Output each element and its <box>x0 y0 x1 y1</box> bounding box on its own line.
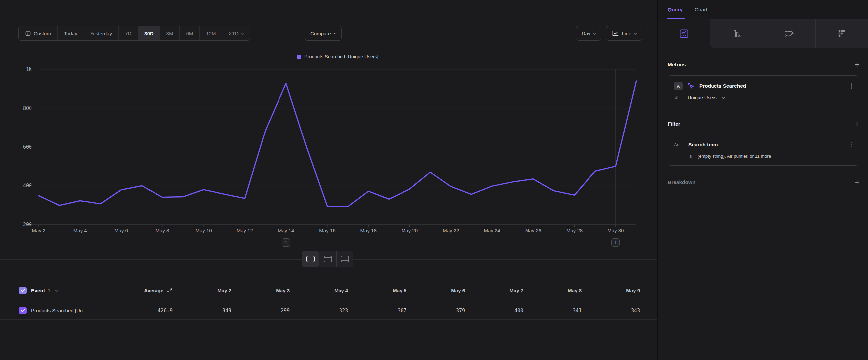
date-column-header[interactable]: May 7 <box>470 280 528 301</box>
x-axis-label: May 8 <box>146 228 179 233</box>
tab-flows[interactable] <box>763 19 815 48</box>
add-metric-button[interactable]: + <box>855 61 859 69</box>
date-range-group: Custom Today Yesterday 7D 30D 3M 6M 12M … <box>18 26 250 40</box>
y-axis-label: 600 <box>12 144 32 150</box>
tab-insights[interactable] <box>658 19 710 48</box>
y-axis-label: 800 <box>12 105 32 111</box>
chart-legend[interactable]: Products Searched [Unique Users] <box>39 54 636 59</box>
breakdown-section-header: Breakdown + <box>668 178 859 186</box>
date-value-cell: 341 <box>528 301 587 320</box>
metric-card[interactable]: A Products Searched # Unique Users <box>668 75 859 107</box>
date-value-cell: 307 <box>353 301 412 320</box>
date-column-header[interactable]: May 3 <box>237 280 295 301</box>
y-axis-label: 400 <box>12 183 32 189</box>
date-value-cell: 349 <box>178 301 237 320</box>
annotation-badge[interactable]: 1 <box>611 239 620 247</box>
chevron-down-icon <box>593 31 596 34</box>
chevron-down-icon[interactable] <box>55 288 58 292</box>
granularity-button[interactable]: Day <box>576 26 601 40</box>
date-column-header[interactable]: May 2 <box>178 280 237 301</box>
check-icon <box>21 308 25 312</box>
tab-query[interactable]: Query <box>668 0 683 19</box>
event-header-cell: Event 1 <box>0 280 90 301</box>
chevron-down-icon <box>722 95 725 99</box>
filter-value[interactable]: (empty string), Air purifier, or 11 more <box>698 154 771 159</box>
filter-section-header: Filter + <box>668 120 859 128</box>
metric-event-name: Products Searched <box>699 83 746 89</box>
x-axis-label: May 14 <box>270 228 303 233</box>
tab-retention[interactable] <box>815 19 868 48</box>
add-breakdown-button[interactable]: + <box>855 178 859 186</box>
metrics-section-header: Metrics + <box>668 61 859 69</box>
average-value-cell: 426.9 <box>90 301 178 320</box>
filter-title: Filter <box>668 121 680 127</box>
date-column-header[interactable]: May 6 <box>412 280 470 301</box>
metrics-title: Metrics <box>668 62 686 68</box>
line-chart[interactable] <box>39 70 636 224</box>
date-value-cell: 400 <box>470 301 528 320</box>
average-header-cell[interactable]: Average <box>90 280 178 301</box>
x-axis-label: May 18 <box>352 228 385 233</box>
date-column-header[interactable]: May 5 <box>353 280 412 301</box>
series-checkbox[interactable] <box>19 307 27 314</box>
select-all-checkbox[interactable] <box>19 286 27 294</box>
date-values-row: 349299323307379400341343 <box>178 301 645 320</box>
date-range-3m[interactable]: 3M <box>160 26 180 40</box>
bar-chart-icon <box>732 29 741 38</box>
date-range-7d[interactable]: 7D <box>119 26 138 40</box>
insights-icon <box>679 29 689 38</box>
tab-chart[interactable]: Chart <box>694 0 707 19</box>
date-value-cell: 343 <box>587 301 645 320</box>
x-axis-label: May 24 <box>475 228 508 233</box>
table-only-view-button[interactable] <box>336 251 353 267</box>
x-axis-label: May 6 <box>105 228 138 233</box>
filter-card[interactable]: Aa Search term Is (empty string), Air pu… <box>668 135 859 166</box>
report-type-tabs <box>658 19 868 48</box>
x-axis-label: May 22 <box>434 228 467 233</box>
add-filter-button[interactable]: + <box>855 120 859 128</box>
date-range-today[interactable]: Today <box>58 26 84 40</box>
date-range-custom[interactable]: Custom <box>19 26 58 40</box>
series-swatch <box>297 55 301 59</box>
metric-menu-button[interactable] <box>849 82 854 90</box>
date-range-12m[interactable]: 12M <box>199 26 222 40</box>
table-row: Products Searched [Un... 426.9 349299323… <box>0 301 657 320</box>
series-name: Products Searched [Un... <box>31 307 87 313</box>
date-range-6m[interactable]: 6M <box>180 26 199 40</box>
split-view-button[interactable] <box>302 251 319 267</box>
main-area: Custom Today Yesterday 7D 30D 3M 6M 12M … <box>0 0 657 360</box>
filter-menu-button[interactable] <box>849 141 854 149</box>
chart-type-button[interactable]: Line <box>606 26 642 40</box>
x-axis-label: May 12 <box>228 228 261 233</box>
x-axis-label: May 16 <box>311 228 344 233</box>
x-axis-label: May 2 <box>22 228 55 233</box>
y-axis-label: 1K <box>12 66 32 73</box>
date-column-header[interactable]: May 8 <box>528 280 587 301</box>
filter-operator[interactable]: Is <box>688 154 692 159</box>
date-range-xtd[interactable]: XTD <box>222 26 250 40</box>
tab-funnels[interactable] <box>710 19 763 48</box>
compare-button[interactable]: Compare <box>305 26 342 40</box>
date-column-header[interactable]: May 4 <box>295 280 353 301</box>
aggregation-selector[interactable]: Unique Users <box>688 95 717 100</box>
x-axis-label: May 30 <box>599 228 632 233</box>
chart-only-view-button[interactable] <box>319 251 336 267</box>
calendar-icon <box>25 30 31 36</box>
view-toggle <box>302 251 353 267</box>
line-chart-icon <box>612 30 619 36</box>
chevron-down-icon <box>241 31 244 34</box>
chevron-down-icon <box>333 31 337 34</box>
series-name-cell: Products Searched [Un... <box>0 301 90 320</box>
y-axis-label: 200 <box>12 222 32 227</box>
date-range-yesterday[interactable]: Yesterday <box>84 26 119 40</box>
app: Custom Today Yesterday 7D 30D 3M 6M 12M … <box>0 0 868 360</box>
check-icon <box>21 288 25 292</box>
chart-view-icon <box>323 256 332 262</box>
sidebar-tabbar: Query Chart <box>658 0 868 19</box>
table-view-icon <box>341 256 349 262</box>
date-value-cell: 323 <box>295 301 353 320</box>
event-label: Event <box>31 287 45 294</box>
date-range-30d[interactable]: 30D <box>138 26 160 40</box>
annotation-badge[interactable]: 1 <box>282 239 290 247</box>
date-column-header[interactable]: May 9 <box>587 280 645 301</box>
